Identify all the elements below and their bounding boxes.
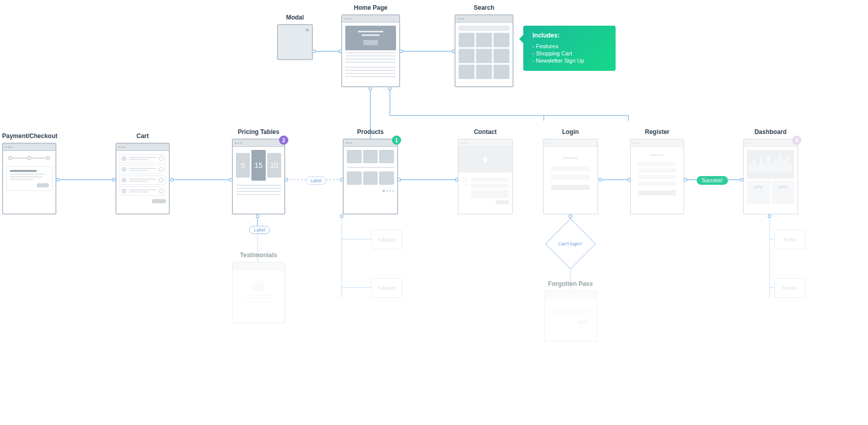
price-col-1: 5 — [236, 153, 250, 178]
cart-wireframe — [115, 143, 170, 215]
node-testimonials[interactable]: Testimonials — [232, 252, 285, 323]
node-title-dashboard: Dashboard — [743, 128, 798, 136]
products-wireframe: 1 — [343, 139, 398, 215]
node-title-login: Login — [543, 128, 598, 136]
subpage-1[interactable]: Subpage — [371, 230, 402, 249]
node-title-search: Search — [455, 4, 514, 11]
decision-text: Can't login? — [558, 241, 582, 246]
forgotten-wireframe — [544, 291, 597, 342]
close-icon: ✕ — [305, 27, 310, 32]
node-title-register: Register — [630, 128, 684, 136]
subpage-2[interactable]: Subpage — [371, 278, 402, 298]
node-title-payment: Payment/Checkout — [2, 132, 57, 140]
price-col-2: 15 — [251, 150, 265, 181]
svg-point-31 — [340, 215, 343, 218]
svg-point-35 — [569, 215, 572, 218]
includes-callout: Includes: - Features - Shopping Cart - N… — [523, 26, 616, 71]
badge-3: 3 — [792, 136, 801, 145]
svg-point-38 — [768, 215, 771, 218]
node-title-forgotten: Forgotten Pass — [544, 280, 597, 287]
node-title-cart: Cart — [115, 132, 170, 140]
badge-1: 1 — [392, 136, 401, 145]
node-title-pricing: Pricing Tables — [232, 128, 285, 136]
node-modal[interactable]: Modal ✕ — [277, 14, 313, 60]
label-pill-dashed: Label — [306, 177, 326, 185]
pricing-wireframe: 2 5 15 10 — [232, 139, 285, 215]
callout-item: - Features — [532, 43, 606, 49]
callout-title: Includes: — [532, 32, 606, 39]
success-pill: Success! — [697, 176, 728, 185]
node-home[interactable]: Home Page — [341, 4, 400, 87]
node-register[interactable]: Register — [630, 128, 684, 215]
badge-2: 2 — [279, 136, 288, 145]
decision-cant-login[interactable]: Can't login? — [545, 219, 596, 269]
register-wireframe — [630, 139, 684, 215]
node-login[interactable]: Login — [543, 128, 598, 215]
price-col-3: 10 — [267, 153, 281, 178]
callout-item: - Shopping Cart — [532, 50, 606, 56]
node-search[interactable]: Search — [455, 4, 514, 87]
home-wireframe — [341, 14, 400, 87]
svg-point-13 — [170, 178, 173, 181]
callout-item: - Newsletter Sign Up — [532, 57, 606, 64]
node-products[interactable]: Products 1 — [343, 128, 398, 215]
search-wireframe — [455, 14, 514, 87]
node-title-products: Products — [343, 128, 398, 136]
node-cart[interactable]: Cart — [115, 132, 170, 215]
node-dashboard[interactable]: Dashboard 3 — [743, 128, 798, 215]
node-title-home: Home Page — [341, 4, 400, 11]
subpage-monitor[interactable]: Monitor — [775, 278, 805, 298]
testimonials-wireframe — [232, 262, 285, 323]
node-forgotten-pass[interactable]: Forgotten Pass — [544, 280, 597, 342]
node-pricing[interactable]: Pricing Tables 2 5 15 10 — [232, 128, 285, 215]
map-pin-icon — [482, 155, 489, 164]
contact-wireframe — [458, 139, 513, 215]
subpage-profile[interactable]: Profile — [775, 230, 805, 249]
svg-point-22 — [599, 178, 602, 181]
node-title-testimonials: Testimonials — [232, 252, 285, 259]
svg-point-28 — [256, 215, 259, 218]
payment-wireframe — [2, 143, 56, 215]
label-pill: Label — [249, 226, 270, 234]
node-title-modal: Modal — [277, 14, 313, 21]
node-payment[interactable]: Payment/Checkout — [2, 132, 57, 215]
node-title-contact: Contact — [458, 128, 513, 136]
node-contact[interactable]: Contact — [458, 128, 513, 215]
modal-wireframe: ✕ — [277, 24, 313, 60]
dashboard-wireframe: 3 — [743, 139, 798, 215]
login-wireframe — [543, 139, 598, 215]
